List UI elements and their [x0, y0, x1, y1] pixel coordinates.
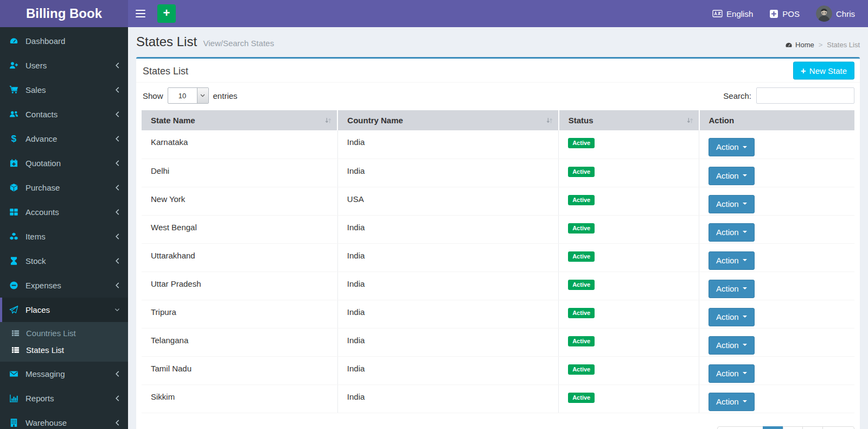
- sidebar-item-accounts[interactable]: Accounts: [0, 200, 128, 224]
- state-name-cell: Tripura: [142, 300, 337, 328]
- language-menu[interactable]: English: [712, 9, 753, 18]
- entries-select[interactable]: 10: [168, 87, 209, 104]
- country-name-cell: India: [337, 384, 558, 413]
- country-name-cell: India: [337, 356, 558, 384]
- action-cell: Action: [699, 384, 854, 413]
- action-button-label: Action: [716, 171, 739, 180]
- app-title: Billing Book: [26, 6, 102, 21]
- sidebar-subitem-label: States List: [26, 345, 64, 355]
- chevron-left-icon: [114, 257, 120, 264]
- sidebar-item-dashboard[interactable]: Dashboard: [0, 29, 128, 53]
- action-cell: Action: [699, 300, 854, 328]
- pagination: Previous123Next: [136, 413, 860, 429]
- sidebar-toggle-button[interactable]: [128, 10, 153, 18]
- action-button-label: Action: [716, 199, 739, 209]
- action-cell: Action: [699, 272, 854, 300]
- action-button-label: Action: [716, 369, 739, 378]
- table-row: Tamil NaduIndiaActiveAction: [142, 356, 854, 384]
- sidebar-item-warehouse[interactable]: Warehouse: [0, 411, 128, 429]
- country-name-cell: India: [337, 328, 558, 356]
- th-list-icon: [10, 346, 21, 354]
- action-button[interactable]: Action: [709, 280, 755, 298]
- caret-down-icon: [743, 259, 747, 261]
- sidebar-item-purchase[interactable]: Purchase: [0, 175, 128, 200]
- column-header-country-name[interactable]: Country Name: [337, 110, 558, 130]
- status-badge: Active: [568, 308, 595, 318]
- sidebar-item-stock[interactable]: Stock: [0, 249, 128, 273]
- sidebar-item-label: Dashboard: [25, 36, 65, 46]
- sidebar-item-sales[interactable]: Sales: [0, 78, 128, 102]
- th-list-icon: [10, 329, 21, 337]
- quick-add-button[interactable]: +: [157, 4, 176, 23]
- pos-button[interactable]: POS: [769, 9, 800, 18]
- new-state-button[interactable]: + New State: [793, 61, 854, 79]
- show-label: Show: [143, 91, 163, 100]
- action-button[interactable]: Action: [709, 336, 755, 355]
- country-name-cell: India: [337, 243, 558, 272]
- plus-square-icon: [769, 9, 778, 18]
- user-menu[interactable]: Chris: [816, 5, 855, 22]
- chevron-left-icon: [114, 370, 120, 377]
- page-subtitle: View/Search States: [203, 39, 275, 48]
- language-label: English: [726, 9, 753, 18]
- chevron-left-icon: [114, 209, 120, 216]
- action-button[interactable]: Action: [709, 393, 755, 411]
- page-title: States List: [136, 34, 197, 49]
- chevron-left-icon: [114, 160, 120, 167]
- sidebar-item-items[interactable]: Items: [0, 224, 128, 249]
- sort-icon: [686, 116, 694, 124]
- action-button[interactable]: Action: [709, 308, 755, 326]
- state-name-cell: Delhi: [142, 159, 337, 187]
- sidebar-item-places[interactable]: Places: [0, 298, 128, 322]
- country-name-cell: India: [337, 300, 558, 328]
- action-button[interactable]: Action: [709, 195, 755, 213]
- cart-icon: [8, 85, 20, 94]
- sidebar-item-quotation[interactable]: Quotation: [0, 151, 128, 175]
- sidebar-item-label: Stock: [25, 256, 46, 266]
- breadcrumb-home-link[interactable]: Home: [785, 41, 814, 49]
- sidebar-item-contacts[interactable]: Contacts: [0, 102, 128, 127]
- breadcrumb: Home > States List: [785, 41, 860, 49]
- navbar-right: English POS Chris: [712, 5, 868, 22]
- sidebar-item-users[interactable]: Users: [0, 53, 128, 78]
- sort-icon: [324, 116, 332, 124]
- chevron-left-icon: [114, 184, 120, 191]
- status-cell: Active: [559, 300, 699, 328]
- pagination-button-previous[interactable]: Previous: [717, 426, 763, 429]
- action-button[interactable]: Action: [709, 364, 755, 383]
- sidebar-item-advance[interactable]: $Advance: [0, 127, 128, 151]
- column-header-state-name[interactable]: State Name: [142, 110, 337, 130]
- sidebar-subitem-states-list[interactable]: States List: [0, 342, 128, 358]
- states-panel: States List + New State Show 10 entries …: [136, 57, 860, 429]
- action-button-label: Action: [716, 142, 739, 152]
- action-button-label: Action: [716, 256, 739, 265]
- column-header-label: Action: [709, 116, 735, 125]
- pagination-button-next[interactable]: Next: [822, 426, 854, 429]
- breadcrumb-current: States List: [827, 41, 860, 49]
- building-icon: [8, 418, 20, 427]
- column-header-status[interactable]: Status: [559, 110, 699, 130]
- pagination-button-3[interactable]: 3: [802, 426, 823, 429]
- sidebar-item-label: Advance: [25, 134, 57, 143]
- action-button[interactable]: Action: [709, 167, 755, 185]
- pagination-button-2[interactable]: 2: [783, 426, 803, 429]
- sidebar-item-reports[interactable]: Reports: [0, 386, 128, 411]
- action-button[interactable]: Action: [709, 251, 755, 270]
- state-name-cell: Uttar Pradesh: [142, 272, 337, 300]
- app-logo[interactable]: Billing Book: [0, 0, 128, 27]
- action-button[interactable]: Action: [709, 138, 755, 156]
- action-button[interactable]: Action: [709, 223, 755, 242]
- table-toolbar: Show 10 entries Search:: [136, 83, 860, 110]
- sidebar-item-messaging[interactable]: Messaging: [0, 362, 128, 386]
- search-input[interactable]: [756, 87, 854, 104]
- sort-icon: [546, 116, 553, 124]
- calendar-plus-icon: [8, 159, 20, 168]
- pagination-button-1[interactable]: 1: [763, 426, 783, 429]
- sidebar-subitem-countries-list[interactable]: Countries List: [0, 325, 128, 342]
- column-header-label: Status: [569, 116, 593, 125]
- caret-down-icon: [743, 231, 747, 233]
- pos-label: POS: [782, 9, 800, 18]
- action-button-label: Action: [716, 397, 739, 406]
- plus-icon: +: [163, 7, 170, 19]
- sidebar-item-expenses[interactable]: Expenses: [0, 273, 128, 298]
